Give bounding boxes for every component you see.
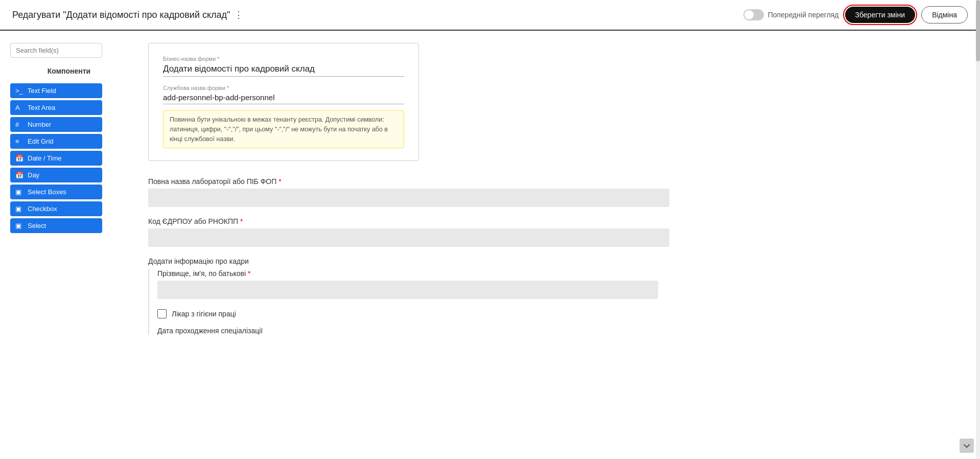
page-header: Редагувати "Додати відомості про кадрови…: [0, 0, 980, 31]
sidebar-item-label: Select Boxes: [28, 188, 66, 196]
required-star-2: *: [240, 217, 243, 225]
text-field-icon: >_: [15, 87, 24, 95]
pib-label: Прізвище, ім'я, по батькові *: [157, 269, 685, 278]
form-area: Бізнес-назва форми * Додати відомості пр…: [128, 43, 980, 454]
search-input[interactable]: [10, 43, 102, 58]
sidebar-item-label: Text Field: [28, 87, 56, 95]
required-star-1: *: [278, 177, 281, 186]
form-fields: Повна назва лабораторії або ПІБ ФОП * Ко…: [148, 177, 685, 335]
sidebar-item-label: Number: [28, 121, 51, 128]
form-group-pib: Прізвище, ім'я, по батькові *: [157, 269, 685, 299]
sidebar-item-checkbox[interactable]: ▣ Checkbox: [10, 201, 102, 216]
select-boxes-icon: ▣: [15, 188, 24, 196]
checkbox-row-doctor: Лікар з гігієни праці: [157, 309, 685, 318]
sidebar-item-number[interactable]: # Number: [10, 117, 102, 132]
header-right: Попередній перегляд Зберегти зміни Відмі…: [743, 6, 968, 24]
lab-name-input[interactable]: [148, 189, 669, 207]
doctor-checkbox-label: Лікар з гігієни праці: [172, 310, 236, 318]
scrollbar[interactable]: [976, 0, 980, 454]
chevron-down-icon: [963, 442, 970, 449]
scroll-down-button[interactable]: [960, 439, 974, 453]
sidebar-item-edit-grid[interactable]: ≡ Edit Grid: [10, 134, 102, 149]
biz-name-label: Бізнес-назва форми *: [163, 56, 404, 62]
more-options-icon[interactable]: ⋮: [234, 9, 243, 20]
warning-box: Повинна бути унікальною в межах тенанту …: [163, 110, 404, 148]
form-group-specialization-date: Дата проходження спеціалізації: [157, 327, 685, 335]
biz-name-value: Додати відомості про кадровий склад: [163, 64, 404, 77]
nested-section: Прізвище, ім'я, по батькові * Лікар з гі…: [148, 269, 685, 335]
form-group-lab-name: Повна назва лабораторії або ПІБ ФОП *: [148, 177, 685, 207]
sidebar-item-text-area[interactable]: A Text Area: [10, 100, 102, 115]
form-group-kadry-section: Додати інформацію про кадри Прізвище, ім…: [148, 257, 685, 335]
cancel-button[interactable]: Відміна: [921, 6, 968, 24]
specialization-date-label: Дата проходження спеціалізації: [157, 327, 685, 335]
doctor-checkbox[interactable]: [157, 309, 167, 318]
preview-label: Попередній перегляд: [768, 11, 839, 19]
service-name-label: Службова назва форми *: [163, 85, 404, 91]
sidebar-item-label: Text Area: [28, 104, 55, 111]
preview-toggle[interactable]: [743, 9, 764, 20]
form-card: Бізнес-назва форми * Додати відомості пр…: [148, 43, 419, 161]
sidebar-item-select-boxes[interactable]: ▣ Select Boxes: [10, 185, 102, 199]
sidebar-item-text-field[interactable]: >_ Text Field: [10, 83, 102, 98]
pib-input[interactable]: [157, 281, 658, 299]
form-group-edrpou: Код ЄДРПОУ або РНОКПП *: [148, 217, 685, 247]
edrpou-label: Код ЄДРПОУ або РНОКПП *: [148, 217, 685, 225]
sidebar-item-select[interactable]: ▣ Select: [10, 218, 102, 233]
header-left: Редагувати "Додати відомості про кадрови…: [12, 9, 243, 20]
service-name-value: add-personnel-bp-add-personnel: [163, 93, 404, 104]
lab-name-label: Повна назва лабораторії або ПІБ ФОП *: [148, 177, 685, 186]
sidebar-section-title: Компоненти: [10, 64, 128, 78]
number-icon: #: [15, 121, 24, 128]
kadry-section-title: Додати інформацію про кадри: [148, 257, 685, 265]
edit-grid-icon: ≡: [15, 137, 24, 145]
select-icon: ▣: [15, 222, 24, 230]
sidebar-item-label: Checkbox: [28, 205, 57, 213]
date-time-icon: 📅: [15, 154, 24, 162]
sidebar: Компоненти >_ Text Field A Text Area # N…: [0, 43, 128, 454]
save-button[interactable]: Зберегти зміни: [845, 7, 916, 23]
sidebar-item-date-time[interactable]: 📅 Date / Time: [10, 151, 102, 166]
edrpou-input[interactable]: [148, 228, 669, 247]
scrollbar-thumb[interactable]: [976, 0, 980, 61]
checkbox-icon: ▣: [15, 205, 24, 213]
main-content: Компоненти >_ Text Field A Text Area # N…: [0, 31, 980, 454]
sidebar-item-label: Select: [28, 222, 46, 230]
sidebar-item-label: Date / Time: [28, 154, 61, 162]
sidebar-item-label: Edit Grid: [28, 137, 54, 145]
text-area-icon: A: [15, 104, 24, 111]
sidebar-item-label: Day: [28, 171, 39, 179]
required-star-3: *: [248, 269, 250, 278]
page-title: Редагувати "Додати відомості про кадрови…: [12, 10, 230, 20]
sidebar-items-list: >_ Text Field A Text Area # Number ≡ Edi…: [10, 83, 128, 233]
preview-toggle-wrapper: Попередній перегляд: [743, 9, 839, 20]
sidebar-item-day[interactable]: 📅 Day: [10, 168, 102, 182]
day-icon: 📅: [15, 171, 24, 179]
